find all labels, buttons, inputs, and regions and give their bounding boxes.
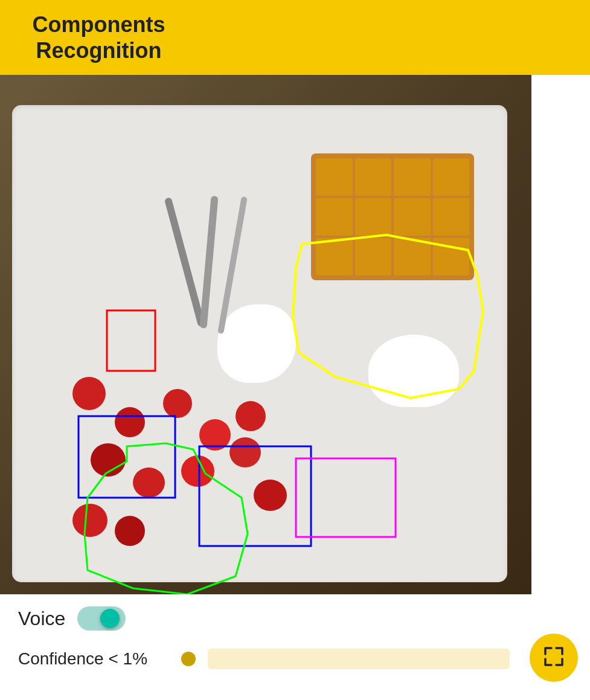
header-bar: Components Recognition	[0, 0, 590, 75]
confidence-bar[interactable]	[208, 649, 510, 669]
strawberry-1	[72, 377, 106, 410]
strawberry-2	[115, 407, 145, 437]
strawberry-5	[236, 401, 266, 431]
strawberry-12	[115, 516, 145, 546]
strawberry-6	[91, 443, 126, 477]
header-right-strip	[531, 0, 590, 75]
utensil-2	[199, 196, 218, 329]
strawberry-3	[163, 389, 192, 418]
waffle-grid	[316, 158, 469, 275]
cream-center	[217, 304, 296, 383]
image-background	[0, 75, 531, 594]
strawberry-10	[254, 480, 287, 511]
strawberry-4	[199, 419, 231, 451]
confidence-dot	[181, 652, 196, 666]
detection-image-container	[0, 75, 531, 594]
cream-right	[368, 335, 459, 407]
utensil-1	[164, 197, 206, 327]
controls-panel: Voice Confidence < 1%	[0, 594, 590, 681]
waffle-detection	[311, 153, 474, 280]
strawberry-7	[133, 467, 165, 498]
expand-button[interactable]	[530, 634, 578, 682]
header-title-box: Components Recognition	[0, 0, 197, 75]
app-title: Components Recognition	[33, 11, 165, 63]
voice-control-row: Voice	[18, 606, 572, 631]
strawberry-11	[72, 504, 107, 537]
confidence-label: Confidence < 1%	[18, 649, 169, 669]
food-plate	[12, 105, 507, 582]
expand-icon	[543, 646, 565, 670]
strawberry-8	[181, 455, 214, 487]
confidence-control-row: Confidence < 1%	[18, 649, 572, 669]
voice-toggle[interactable]	[77, 606, 126, 631]
voice-label: Voice	[18, 608, 65, 630]
strawberry-9	[229, 437, 261, 467]
